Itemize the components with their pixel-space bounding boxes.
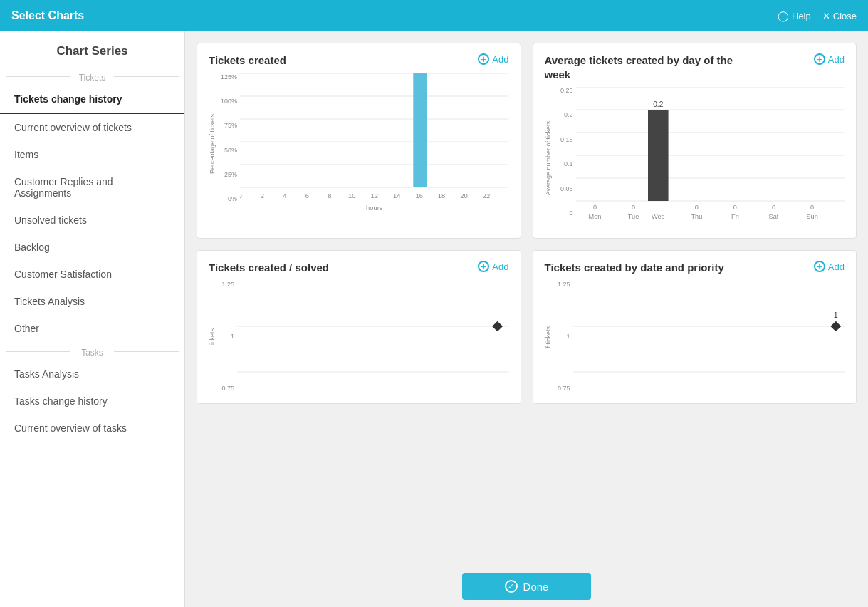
sidebar-item-customer-replies[interactable]: Customer Replies and Assignments	[0, 168, 184, 207]
y-label-4: f tickets	[545, 281, 552, 395]
sidebar-item-customer-satisfaction[interactable]: Customer Satisfaction	[0, 261, 184, 288]
close-icon: ✕	[822, 11, 830, 21]
chart-header-1: Tickets created + Add	[209, 53, 509, 68]
sidebar-title: Chart Series	[0, 31, 184, 67]
help-icon: ◯	[778, 10, 789, 21]
sidebar: Chart Series Tickets Tickets change hist…	[0, 31, 185, 607]
sidebar-item-backlog[interactable]: Backlog	[0, 234, 184, 261]
svg-text:Fri: Fri	[731, 213, 739, 220]
add-icon-2: +	[814, 53, 825, 65]
chart-plot-1: 100% 0 2 4 6 8 10 12 14 16 18 20 22	[240, 73, 509, 216]
section-label-tasks: Tasks	[0, 342, 184, 360]
chart-tickets-solved: Tickets created / solved + Add tickets 1…	[197, 250, 521, 404]
chart-svg-2: 0 0 0.2 0 0 0 0 Mon Tue Wed Thu Fri Sat	[576, 87, 845, 229]
svg-text:10: 10	[348, 192, 356, 199]
add-icon-4: +	[814, 261, 825, 272]
sidebar-item-other[interactable]: Other	[0, 315, 184, 342]
svg-text:Tue: Tue	[627, 213, 638, 220]
add-icon-3: +	[478, 261, 489, 272]
sidebar-item-current-overview-tasks[interactable]: Current overview of tasks	[0, 415, 184, 442]
add-button-4[interactable]: + Add	[814, 261, 845, 272]
svg-text:18: 18	[438, 192, 446, 199]
done-button-container: ✓ Done	[185, 571, 868, 607]
svg-text:22: 22	[483, 192, 491, 199]
chart-tickets-created: Tickets created + Add Percentage of tick…	[197, 43, 521, 239]
done-button[interactable]: ✓ Done	[462, 573, 592, 600]
chart-body-2: Average number of tickets 0.25 0.2 0.15 …	[545, 87, 845, 229]
y-axis-2: 0.25 0.2 0.15 0.1 0.05 0	[553, 87, 576, 229]
y-axis-4: 1.25 1 0.75	[553, 281, 573, 395]
chart-svg-3	[237, 281, 509, 395]
done-icon: ✓	[505, 580, 518, 593]
svg-rect-27	[648, 110, 669, 201]
svg-marker-50	[830, 321, 841, 331]
svg-text:Sun: Sun	[806, 213, 817, 220]
svg-text:Sat: Sat	[768, 213, 778, 220]
svg-text:0: 0	[810, 204, 814, 211]
svg-text:0.2: 0.2	[653, 100, 664, 108]
chart-title-2: Average tickets created by day of the we…	[545, 53, 744, 81]
svg-text:0: 0	[632, 204, 635, 211]
section-label-tickets: Tickets	[0, 67, 184, 85]
chart-header-2: Average tickets created by day of the we…	[545, 53, 845, 81]
svg-marker-45	[492, 321, 503, 331]
sidebar-item-tickets-change-history[interactable]: Tickets change history	[0, 85, 184, 114]
svg-text:Mon: Mon	[588, 213, 601, 220]
sidebar-item-tickets-analysis[interactable]: Tickets Analysis	[0, 288, 184, 315]
svg-text:2: 2	[261, 192, 264, 199]
close-button[interactable]: ✕ Close	[822, 11, 857, 21]
chart-body-4: f tickets 1.25 1 0.75 1	[545, 281, 845, 395]
svg-text:hours: hours	[366, 204, 383, 212]
svg-text:4: 4	[283, 192, 286, 199]
svg-text:0: 0	[733, 204, 736, 211]
header: Select Charts ◯ Help ✕ Close	[0, 0, 868, 31]
chart-title-1: Tickets created	[209, 53, 286, 68]
svg-text:0: 0	[771, 204, 775, 211]
chart-plot-3	[237, 281, 509, 395]
chart-title-4: Tickets created by date and priority	[545, 261, 724, 275]
chart-title-3: Tickets created / solved	[209, 261, 329, 275]
chart-plot-4: 1	[573, 281, 845, 395]
y-label-1: Percentage of tickets	[209, 73, 216, 216]
svg-text:Thu: Thu	[691, 213, 702, 220]
add-button-3[interactable]: + Add	[478, 261, 508, 272]
y-axis-3: 1.25 1 0.75	[217, 281, 237, 395]
sidebar-item-current-overview[interactable]: Current overview of tickets	[0, 114, 184, 141]
add-icon-1: +	[478, 53, 489, 65]
add-button-2[interactable]: + Add	[814, 53, 845, 65]
chart-svg-1: 100% 0 2 4 6 8 10 12 14 16 18 20 22	[240, 73, 509, 216]
chart-svg-4: 1	[573, 281, 845, 395]
svg-text:0: 0	[240, 192, 242, 199]
svg-text:Wed: Wed	[651, 213, 664, 220]
svg-text:8: 8	[328, 192, 331, 199]
chart-body-1: Percentage of tickets 125% 100% 75% 50% …	[209, 73, 509, 216]
chart-tickets-priority: Tickets created by date and priority + A…	[533, 250, 857, 404]
chart-header-3: Tickets created / solved + Add	[209, 261, 509, 275]
sidebar-item-tasks-analysis[interactable]: Tasks Analysis	[0, 360, 184, 388]
svg-text:12: 12	[370, 192, 378, 199]
chart-plot-2: 0 0 0.2 0 0 0 0 Mon Tue Wed Thu Fri Sat	[576, 87, 845, 229]
header-actions: ◯ Help ✕ Close	[778, 10, 857, 21]
help-button[interactable]: ◯ Help	[778, 10, 811, 21]
svg-text:0: 0	[694, 204, 698, 211]
add-button-1[interactable]: + Add	[478, 53, 508, 65]
content-area: Tickets created + Add Percentage of tick…	[185, 31, 868, 607]
main-layout: Chart Series Tickets Tickets change hist…	[0, 31, 868, 607]
sidebar-item-tasks-change-history[interactable]: Tasks change history	[0, 388, 184, 415]
chart-body-3: tickets 1.25 1 0.75	[209, 281, 509, 395]
chart-header-4: Tickets created by date and priority + A…	[545, 261, 845, 275]
sidebar-item-items[interactable]: Items	[0, 141, 184, 168]
svg-text:14: 14	[393, 192, 401, 199]
svg-text:6: 6	[305, 192, 309, 199]
chart-avg-tickets-day: Average tickets created by day of the we…	[533, 43, 857, 239]
y-label-2: Average number of tickets	[545, 87, 552, 229]
svg-text:20: 20	[460, 192, 468, 199]
header-title: Select Charts	[11, 9, 84, 22]
y-axis-1: 125% 100% 75% 50% 25% 0%	[217, 73, 240, 216]
svg-rect-6	[413, 73, 427, 187]
svg-text:16: 16	[415, 192, 423, 199]
svg-text:1: 1	[833, 311, 837, 318]
y-label-3: tickets	[209, 281, 216, 395]
sidebar-item-unsolved[interactable]: Unsolved tickets	[0, 207, 184, 234]
svg-text:0: 0	[592, 204, 596, 211]
